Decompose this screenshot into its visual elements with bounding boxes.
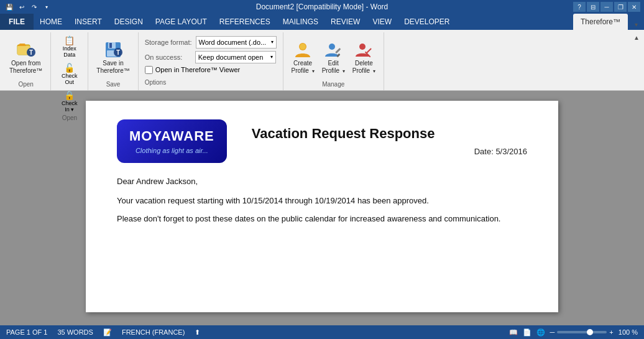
open-therefore-icon: T xyxy=(16,40,36,60)
tab-mailings[interactable]: MAILINGS xyxy=(277,14,324,30)
company-tagline: Clothing as light as air... xyxy=(129,147,214,154)
tab-therefore[interactable]: Therefore™ xyxy=(573,14,628,30)
window-title: Document2 [Compatibility Mode] - Word xyxy=(256,2,389,11)
delete-profile-btn[interactable]: DeleteProfile ▾ xyxy=(349,38,379,77)
save-therefore-label: Save inTherefore™ xyxy=(96,60,129,75)
restore-btn[interactable]: ❐ xyxy=(614,2,627,12)
document-date: Date: 5/3/2016 xyxy=(252,147,527,156)
delete-profile-icon xyxy=(354,40,374,60)
open-viewer-label[interactable]: Open in Therefore™ Viewer xyxy=(155,66,241,73)
document-page: MOYAWARE Clothing as light as air... Vac… xyxy=(86,101,558,312)
manage-group-label: Manage xyxy=(322,81,344,89)
manage-group-content: CreateProfile ▾ EditProfile ▾ xyxy=(288,34,379,81)
proofing-icon[interactable]: 📝 xyxy=(103,328,112,337)
check-in-btn[interactable]: 🔒 Check In ▾ xyxy=(59,88,80,114)
create-profile-btn[interactable]: CreateProfile ▾ xyxy=(288,38,318,77)
tab-view[interactable]: VIEW xyxy=(366,14,398,30)
tab-pagelayout[interactable]: PAGE LAYOUT xyxy=(149,14,213,30)
tab-insert[interactable]: INSERT xyxy=(68,14,108,30)
document-header: MOYAWARE Clothing as light as air... Vac… xyxy=(117,119,527,163)
ribbon-group-open: T Open fromTherefore™ Open xyxy=(1,32,51,90)
open-therefore-btn[interactable]: T Open fromTherefore™ xyxy=(6,38,45,77)
edit-profile-icon xyxy=(323,40,343,60)
tab-file[interactable]: FILE xyxy=(0,14,34,30)
ribbon-options-btn[interactable]: ▾ xyxy=(630,19,642,30)
open-viewer-row: Open in Therefore™ Viewer xyxy=(145,66,277,74)
svg-point-12 xyxy=(329,44,335,50)
read-mode-icon[interactable]: 📖 xyxy=(509,328,518,337)
ribbon-group-manage: CreateProfile ▾ EditProfile ▾ xyxy=(283,32,384,90)
svg-text:T: T xyxy=(29,49,33,56)
ribbon-group-index: 📋 Index Data 🔓 Check Out 🔒 Check In ▾ Op… xyxy=(51,32,88,90)
svg-rect-13 xyxy=(335,48,341,53)
ribbon-tabs: FILE HOME INSERT DESIGN PAGE LAYOUT REFE… xyxy=(0,14,644,30)
close-btn[interactable]: ✕ xyxy=(628,2,640,12)
svg-text:T: T xyxy=(116,49,120,56)
qa-undo-btn[interactable]: ↩ xyxy=(16,1,27,12)
ribbon-content: T Open fromTherefore™ Open 📋 Index Data … xyxy=(0,30,644,91)
document-title: Vacation Request Response xyxy=(252,126,527,142)
check-out-btn[interactable]: 🔓 Check Out xyxy=(59,61,80,87)
status-right: 📖 📄 🌐 ─ + 100 % xyxy=(509,328,638,337)
zoom-in-btn[interactable]: + xyxy=(609,328,613,336)
check-out-label: Check xyxy=(62,73,78,79)
zoom-bar: ─ + 100 % xyxy=(550,328,638,336)
open-group-content: T Open fromTherefore™ xyxy=(6,34,45,81)
web-mode-icon[interactable]: 🌐 xyxy=(536,328,545,337)
storage-format-arrow: ▾ xyxy=(271,39,274,45)
document-paragraph1: Your vacation request starting with 10/1… xyxy=(117,195,527,208)
svg-point-15 xyxy=(359,44,366,50)
document-title-area: Vacation Request Response Date: 5/3/2016 xyxy=(252,119,527,156)
edit-profile-btn[interactable]: EditProfile ▾ xyxy=(319,38,348,77)
layout-mode-icon[interactable]: 📄 xyxy=(523,328,531,337)
qa-dropdown-btn[interactable]: ▾ xyxy=(41,1,52,12)
window-controls: ? ⊟ ─ ❐ ✕ xyxy=(573,2,640,12)
on-success-value: Keep document open xyxy=(198,53,264,61)
status-bar: PAGE 1 OF 1 35 WORDS 📝 FRENCH (FRANCE) ⬆… xyxy=(0,325,644,339)
tab-developer[interactable]: DEVELOPER xyxy=(398,14,456,30)
upload-icon[interactable]: ⬆ xyxy=(195,328,200,337)
storage-format-dropdown[interactable]: Word document (.do... ▾ xyxy=(196,36,277,49)
tab-review[interactable]: REVIEW xyxy=(324,14,366,30)
help-btn[interactable]: ? xyxy=(573,2,586,12)
company-name: MOYAWARE xyxy=(129,128,214,144)
tab-references[interactable]: REFERENCES xyxy=(213,14,277,30)
index-data-btn[interactable]: 📋 Index Data xyxy=(59,34,80,60)
check-in-label: Check xyxy=(62,100,78,106)
on-success-dropdown[interactable]: Keep document open ▾ xyxy=(195,51,276,63)
document-greeting: Dear Andrew Jackson, xyxy=(117,175,527,188)
minimize-btn[interactable]: ─ xyxy=(600,2,613,12)
restore-ribbon-btn[interactable]: ⊟ xyxy=(587,2,599,12)
title-bar: 💾 ↩ ↷ ▾ Document2 [Compatibility Mode] -… xyxy=(0,0,644,14)
language[interactable]: FRENCH (FRANCE) xyxy=(122,328,185,336)
open-group-label: Open xyxy=(18,81,33,89)
open-therefore-label: Open fromTherefore™ xyxy=(9,60,42,75)
page-info: PAGE 1 OF 1 xyxy=(6,328,47,336)
storage-format-row: Storage format: Word document (.do... ▾ xyxy=(145,36,277,49)
zoom-slider[interactable] xyxy=(557,331,607,333)
quick-access-toolbar: 💾 ↩ ↷ ▾ xyxy=(4,1,52,12)
zoom-level: 100 % xyxy=(619,328,638,336)
ribbon-collapse-btn[interactable]: ▲ xyxy=(632,32,642,42)
ribbon-group-options: Storage format: Word document (.do... ▾ … xyxy=(139,32,283,90)
svg-point-11 xyxy=(300,44,306,50)
save-group-label: Save xyxy=(106,81,121,89)
save-therefore-btn[interactable]: T Save inTherefore™ xyxy=(93,38,132,77)
create-profile-icon xyxy=(293,40,313,60)
word-count: 35 WORDS xyxy=(57,328,93,336)
zoom-out-btn[interactable]: ─ xyxy=(550,328,555,336)
edit-profile-label: EditProfile ▾ xyxy=(322,60,345,75)
create-profile-label: CreateProfile ▾ xyxy=(292,60,315,75)
tab-home[interactable]: HOME xyxy=(34,14,68,30)
company-logo: MOYAWARE Clothing as light as air... xyxy=(117,119,227,163)
tab-design[interactable]: DESIGN xyxy=(108,14,149,30)
check-out-icon: 🔓 xyxy=(64,63,75,73)
index-group-content: 📋 Index Data 🔓 Check Out 🔒 Check In ▾ xyxy=(59,34,80,114)
document-paragraph2: Please don't forget to post these dates … xyxy=(117,213,527,226)
delete-profile-label: DeleteProfile ▾ xyxy=(352,60,375,75)
qa-redo-btn[interactable]: ↷ xyxy=(29,1,40,12)
open-viewer-checkbox[interactable] xyxy=(145,66,153,74)
index-data-icon: 📋 xyxy=(64,35,75,45)
qa-save-btn[interactable]: 💾 xyxy=(4,1,15,12)
zoom-thumb xyxy=(587,329,593,335)
